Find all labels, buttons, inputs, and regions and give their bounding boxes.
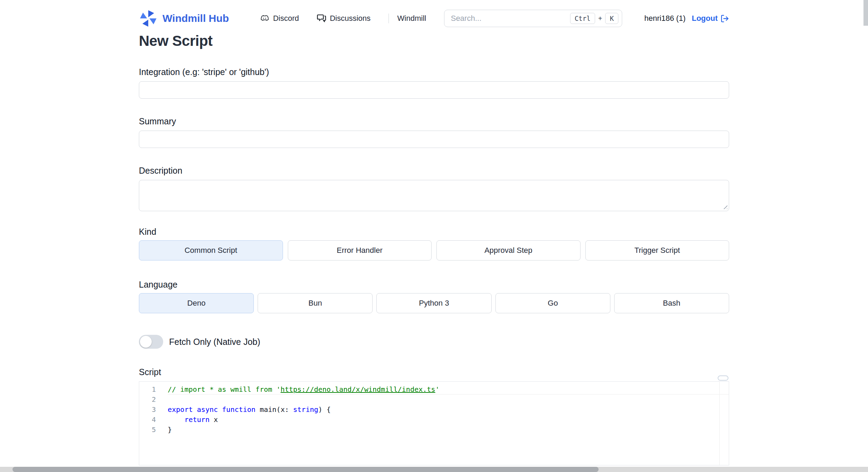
language-options: DenoBunPython 3GoBash [139, 293, 729, 313]
nav-windmill[interactable]: Windmill [397, 14, 426, 23]
brand-home-link[interactable]: Windmill Hub [139, 9, 229, 28]
kind-options: Common ScriptError HandlerApproval StepT… [139, 240, 729, 260]
comment-discussion-icon [317, 14, 326, 23]
page-title: New Script [139, 33, 729, 49]
code-line-3[interactable]: export async function main(x: string) { [168, 405, 729, 415]
language-option-go[interactable]: Go [495, 293, 610, 313]
language-option-deno[interactable]: Deno [139, 293, 254, 313]
user-area: henri186 (1) Logout [644, 14, 729, 23]
language-field: Language DenoBunPython 3GoBash [139, 279, 729, 313]
code-line-1[interactable]: // import * as wmill from 'https://deno.… [168, 384, 729, 395]
summary-input[interactable] [139, 131, 729, 148]
fetch-only-row: Fetch Only (Native Job) [139, 335, 729, 349]
code-line-5[interactable]: } [168, 425, 729, 435]
logout-icon [720, 14, 729, 23]
horizontal-scrollbar-thumb[interactable] [12, 467, 599, 472]
editor-scroll-pill[interactable] [718, 375, 728, 381]
vertical-scrollbar-thumb[interactable] [863, 0, 868, 26]
username: henri186 (1) [644, 14, 686, 23]
kind-option-trigger-script[interactable]: Trigger Script [585, 240, 729, 260]
logout-link[interactable]: Logout [692, 14, 729, 23]
description-label: Description [139, 165, 729, 176]
script-field: Script 12345 // import * as wmill from '… [139, 367, 729, 465]
code-line-2[interactable] [168, 395, 729, 405]
horizontal-scrollbar[interactable] [0, 467, 868, 472]
discord-icon [260, 14, 269, 23]
fetch-only-toggle[interactable] [139, 335, 163, 349]
editor-wrap: 12345 // import * as wmill from 'https:/… [139, 381, 729, 465]
kind-option-error-handler[interactable]: Error Handler [288, 240, 432, 260]
kind-option-approval-step[interactable]: Approval Step [436, 240, 581, 260]
kind-option-common-script[interactable]: Common Script [139, 240, 283, 260]
line-number: 5 [139, 425, 164, 435]
header: Windmill Hub Discord [139, 9, 729, 28]
search-input[interactable] [451, 14, 570, 23]
nav-windmill-label: Windmill [397, 14, 426, 23]
main-content: Windmill Hub Discord [139, 0, 729, 465]
kbd-k: K [605, 13, 618, 24]
line-number: 4 [139, 415, 164, 425]
kind-label: Kind [139, 226, 729, 237]
editor-gutter: 12345 [139, 382, 164, 465]
language-option-bash[interactable]: Bash [614, 293, 729, 313]
minimap-divider [719, 382, 720, 465]
search-box[interactable]: Ctrl + K [444, 10, 622, 27]
nav-discussions[interactable]: Discussions [317, 14, 370, 23]
code-line-4[interactable]: return x [168, 415, 729, 425]
nav-discord[interactable]: Discord [260, 14, 299, 23]
language-option-python-3[interactable]: Python 3 [376, 293, 491, 313]
language-label: Language [139, 279, 729, 290]
logout-label: Logout [692, 14, 718, 23]
script-label: Script [139, 367, 729, 377]
integration-input[interactable] [139, 81, 729, 99]
summary-label: Summary [139, 116, 729, 126]
brand-name: Windmill Hub [162, 13, 229, 24]
description-field: Description [139, 165, 729, 211]
code-editor[interactable]: 12345 // import * as wmill from 'https:/… [139, 381, 729, 465]
nav-discussions-label: Discussions [330, 14, 370, 23]
kbd-ctrl: Ctrl [570, 13, 595, 24]
nav-divider [389, 14, 389, 23]
windmill-logo-icon [139, 9, 158, 28]
main-nav: Discord Discussions Windmill [260, 14, 444, 23]
line-number: 1 [139, 384, 164, 395]
kind-field: Kind Common ScriptError HandlerApproval … [139, 226, 729, 260]
integration-label: Integration (e.g: 'stripe' or 'github') [139, 67, 729, 77]
language-option-bun[interactable]: Bun [258, 293, 373, 313]
toggle-knob [140, 336, 152, 348]
line-number: 2 [139, 395, 164, 405]
fetch-only-label: Fetch Only (Native Job) [169, 337, 260, 347]
summary-field: Summary [139, 116, 729, 148]
nav-discord-label: Discord [273, 14, 299, 23]
line-number: 3 [139, 405, 164, 415]
integration-field: Integration (e.g: 'stripe' or 'github') [139, 67, 729, 99]
kbd-plus: + [598, 15, 602, 23]
editor-code[interactable]: // import * as wmill from 'https://deno.… [164, 382, 729, 465]
description-textarea[interactable] [139, 180, 729, 211]
